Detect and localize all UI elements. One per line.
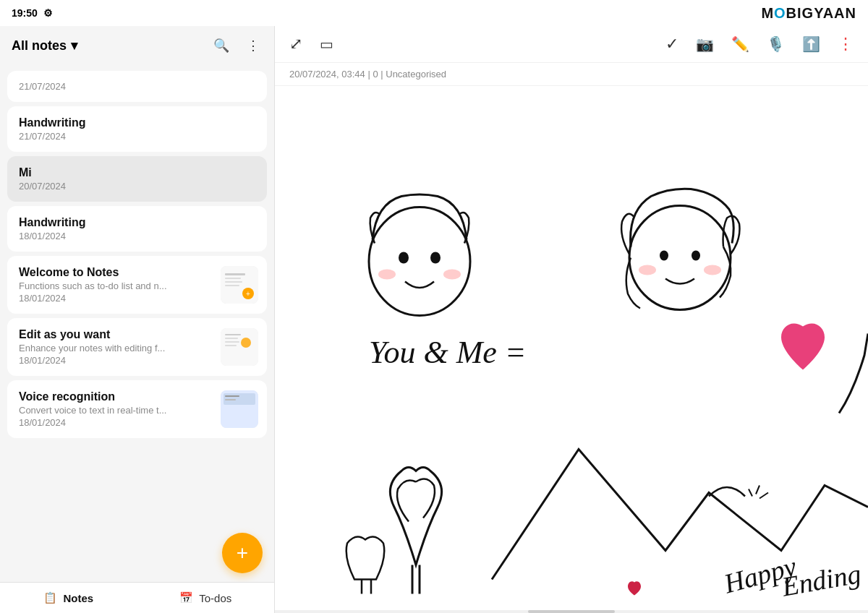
svg-rect-16 [225,399,236,400]
svg-point-20 [378,270,396,280]
drawing-area: You & Me = Happy [275,86,868,610]
note-preview: Convert voice to text in real-time t... [19,405,178,416]
svg-rect-7 [221,328,258,366]
list-item[interactable]: Welcome to Notes Functions such as to-do… [7,256,267,314]
note-title: Edit as you want [19,328,255,341]
svg-point-18 [399,252,409,264]
share-button[interactable]: ⬆️ [799,33,823,56]
time-display: 19:50 [12,7,38,19]
split-view-button[interactable]: ▭ [317,33,336,56]
svg-point-26 [704,265,721,275]
list-item[interactable]: Mi 20/07/2024 [7,156,267,202]
notes-nav-icon: 📋 [43,591,57,604]
svg-point-19 [430,252,441,264]
nav-todos[interactable]: 📅 To-dos [137,583,275,613]
note-metadata: 20/07/2024, 03:44 | 0 | Uncategorised [275,63,868,86]
sidebar-title: All notes [12,38,77,53]
scroll-bar [528,610,615,613]
svg-rect-10 [225,341,239,343]
note-date: 21/07/2024 [19,81,255,92]
svg-point-12 [241,338,251,348]
note-date: 18/01/2024 [19,355,255,366]
note-date: 18/01/2024 [19,293,255,304]
sidebar: All notes 🔍 ⋮ 21/07/2024 Handwriting 21/… [0,26,275,613]
more-options-button[interactable]: ⋮ [244,35,263,56]
toolbar-left: ⤢ ▭ [286,32,336,56]
mic-button[interactable]: 🎙️ [764,33,788,56]
new-note-button[interactable]: + [222,533,263,573]
note-thumbnail [221,328,258,366]
list-item[interactable]: Handwriting 21/07/2024 [7,106,267,152]
svg-point-21 [443,270,461,280]
settings-icon[interactable] [43,7,53,19]
camera-button[interactable]: 📷 [693,33,717,56]
svg-point-24 [692,251,700,261]
svg-rect-2 [225,278,241,279]
bottom-nav: 📋 Notes 📅 To-dos [0,582,274,613]
toolbar-right: ✓ 📷 ✏️ 🎙️ ⬆️ ⋮ [663,32,856,56]
sidebar-actions: 🔍 ⋮ [210,35,263,56]
note-title: Handwriting [19,216,255,229]
svg-rect-3 [225,281,242,283]
note-date: 18/01/2024 [19,417,255,428]
svg-point-22 [629,206,731,310]
note-title: Voice recognition [19,390,255,403]
svg-rect-4 [225,285,239,286]
svg-point-25 [639,265,656,275]
scroll-indicator [275,610,868,613]
svg-rect-8 [225,334,241,335]
app-logo: MOBIGYAAN [761,5,856,22]
content-toolbar: ⤢ ▭ ✓ 📷 ✏️ 🎙️ ⬆️ ⋮ [275,26,868,63]
note-preview: Functions such as to-do list and n... [19,280,178,291]
status-bar: 19:50 MOBIGYAAN [0,0,868,26]
list-item[interactable]: 21/07/2024 [7,71,267,102]
svg-rect-1 [225,273,245,275]
todos-nav-label: To-dos [199,592,231,604]
nav-notes[interactable]: 📋 Notes [0,583,137,613]
note-date: 18/01/2024 [19,231,255,241]
notes-nav-label: Notes [63,592,93,604]
main-layout: All notes 🔍 ⋮ 21/07/2024 Handwriting 21/… [0,26,868,613]
note-thumbnail: + [221,266,258,304]
note-preview: Enhance your notes with editing f... [19,343,178,353]
note-thumbnail [221,390,258,428]
svg-text:You & Me =: You & Me = [369,335,527,370]
sidebar-header: All notes 🔍 ⋮ [0,26,274,65]
svg-rect-11 [225,345,237,346]
svg-point-23 [660,251,668,261]
svg-rect-15 [225,395,239,397]
todos-nav-icon: 📅 [179,591,193,604]
svg-rect-9 [225,338,238,339]
fab-container: + [0,524,274,582]
note-title: Welcome to Notes [19,266,255,279]
more-content-options-button[interactable]: ⋮ [835,32,856,56]
note-title: Handwriting [19,116,255,129]
notes-list: 21/07/2024 Handwriting 21/07/2024 Mi 20/… [0,65,274,524]
svg-text:+: + [246,290,250,298]
list-item[interactable]: Edit as you want Enhance your notes with… [7,318,267,376]
svg-point-17 [369,207,470,316]
note-date: 21/07/2024 [19,131,255,142]
pen-button[interactable]: ✏️ [728,33,752,56]
all-notes-label: All notes [12,38,67,53]
note-date: 20/07/2024 [19,181,255,192]
list-item[interactable]: Handwriting 18/01/2024 [7,206,267,252]
note-title: Mi [19,166,255,179]
list-item[interactable]: Voice recognition Convert voice to text … [7,380,267,438]
dropdown-icon[interactable] [71,38,77,53]
check-button[interactable]: ✓ [663,32,681,56]
search-button[interactable]: 🔍 [210,35,232,56]
content-area: ⤢ ▭ ✓ 📷 ✏️ 🎙️ ⬆️ ⋮ 20/07/2024, 03:44 | 0… [275,26,868,613]
expand-button[interactable]: ⤢ [286,32,305,56]
